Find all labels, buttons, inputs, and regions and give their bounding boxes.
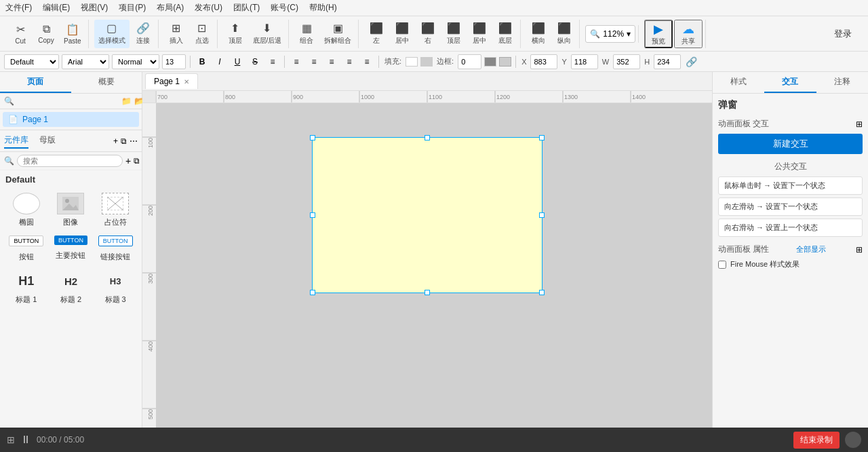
x-label: X: [521, 58, 526, 66]
comp-add-btn[interactable]: +: [125, 155, 131, 166]
component-button-default[interactable]: BUTTON 按钮: [5, 233, 47, 265]
fill-color-box[interactable]: [406, 57, 418, 67]
tab-interaction[interactable]: 交互: [764, 72, 816, 93]
menu-edit[interactable]: 编辑(E): [43, 2, 70, 14]
menu-publish[interactable]: 发布(U): [195, 2, 222, 14]
border-color-box[interactable]: [484, 57, 496, 67]
layer-button[interactable]: ⬆ 顶层: [223, 20, 248, 48]
aspect-ratio-button[interactable]: 🔗: [684, 54, 698, 69]
show-all-link[interactable]: 全部显示: [796, 244, 826, 255]
menu-account[interactable]: 账号(C): [271, 2, 298, 14]
w-input[interactable]: [613, 54, 640, 69]
share-button[interactable]: ☁ 共享: [674, 20, 703, 48]
component-circle[interactable]: 椭圆: [5, 190, 47, 230]
interaction-expand-icon[interactable]: ⊞: [856, 119, 863, 129]
dist-v-button[interactable]: ⬛ 纵向: [552, 20, 576, 48]
y-input[interactable]: [571, 54, 598, 69]
add-page-icon[interactable]: 📁: [121, 96, 132, 106]
paste-button[interactable]: 📋 Paste: [60, 20, 85, 48]
tab-style[interactable]: 样式: [713, 72, 764, 93]
menu-team[interactable]: 团队(T): [233, 2, 260, 14]
comp-add-icon[interactable]: +: [113, 136, 118, 146]
pause-button[interactable]: ⏸: [20, 434, 31, 446]
interaction-item-2[interactable]: 向左滑动 → 设置下一个状态: [718, 197, 863, 216]
canvas-tab-page1[interactable]: Page 1 ✕: [145, 73, 198, 89]
comp-copy-icon[interactable]: ⧉: [121, 136, 127, 146]
border-input[interactable]: [458, 54, 481, 69]
strikethrough-button[interactable]: S: [248, 54, 262, 69]
top-align-button[interactable]: ⬛ 顶层: [441, 20, 466, 48]
component-button-outline[interactable]: BUTTON 链接按钮: [94, 233, 136, 265]
style-select[interactable]: Default Normal Heading 1: [4, 54, 59, 69]
end-recording-button[interactable]: 结束录制: [793, 432, 840, 449]
arrange-button[interactable]: ⬇ 底层/后退: [249, 20, 286, 48]
component-button-primary[interactable]: BUTTON 主要按钮: [50, 233, 92, 265]
font-size-input[interactable]: [162, 54, 186, 69]
animation-expand-icon[interactable]: ⊞: [856, 245, 863, 255]
center-v-button[interactable]: ⬛ 居中: [467, 20, 492, 48]
canvas-tab-close[interactable]: ✕: [184, 78, 189, 86]
tab-component-library[interactable]: 元件库: [4, 133, 28, 149]
interaction-item-1[interactable]: 鼠标单击时 → 设置下一个状态: [718, 176, 863, 195]
align-left-button[interactable]: ≡: [289, 54, 304, 69]
align-right-button[interactable]: ≡: [324, 54, 339, 69]
bold-button[interactable]: B: [195, 54, 210, 69]
underline-button[interactable]: U: [230, 54, 245, 69]
tab-master[interactable]: 母版: [39, 133, 56, 149]
list-button[interactable]: ≡: [265, 54, 280, 69]
center-h-button[interactable]: ⬛ 居中: [390, 20, 414, 48]
group-button[interactable]: ▦ 组合: [294, 20, 319, 48]
toolbar-mode-group: ▢ 选择模式 🔗 连接: [92, 20, 159, 48]
menu-view[interactable]: 视图(V): [81, 2, 108, 14]
left-align-button[interactable]: ⬛ 左: [364, 20, 389, 48]
preview-button[interactable]: ▶ 预览: [644, 20, 673, 48]
font-select[interactable]: Arial 宋体 微软雅黑: [62, 54, 109, 69]
tab-outline[interactable]: 概要: [71, 72, 142, 93]
right-align-button[interactable]: ⬛ 右: [416, 20, 440, 48]
canvas-scroll[interactable]: [156, 103, 712, 452]
copy-button[interactable]: ⧉ Copy: [34, 20, 58, 48]
comp-copy-btn[interactable]: ⧉: [134, 156, 140, 166]
align-center-button[interactable]: ≡: [307, 54, 321, 69]
tab-annotation[interactable]: 注释: [816, 72, 868, 93]
page-item-1[interactable]: 📄 Page 1: [3, 112, 139, 127]
page-search-input[interactable]: [17, 96, 119, 106]
select-mode-button[interactable]: ▢ 选择模式: [94, 20, 130, 48]
zoom-control[interactable]: 🔍 112% ▾: [585, 25, 635, 43]
cut-button[interactable]: ✂ Cut: [8, 20, 33, 48]
interaction-item-3[interactable]: 向右滑动 → 设置上一个状态: [718, 219, 863, 237]
component-h3[interactable]: H3 标题 3: [94, 267, 136, 307]
h-input[interactable]: [654, 54, 681, 69]
bottom-align-button[interactable]: ⬛ 底层: [493, 20, 517, 48]
x-input[interactable]: [530, 54, 557, 69]
component-placeholder[interactable]: 占位符: [94, 190, 136, 230]
canvas-element-rect[interactable]: [312, 137, 542, 293]
tab-page[interactable]: 页面: [0, 72, 71, 93]
align-justify-button[interactable]: ≡: [342, 54, 357, 69]
fill-color-box2[interactable]: [420, 57, 433, 67]
insert-button[interactable]: ⊞ 插入: [164, 20, 189, 48]
ungroup-button[interactable]: ▣ 拆解组合: [320, 20, 355, 48]
component-h1[interactable]: H1 标题 1: [5, 267, 47, 307]
component-image[interactable]: 图像: [50, 190, 92, 230]
comp-more-icon[interactable]: ⋯: [130, 136, 138, 146]
fire-mouse-checkbox[interactable]: [718, 261, 726, 269]
toolbar-zoom-group: 🔍 112% ▾: [583, 25, 639, 43]
italic-button[interactable]: I: [212, 54, 227, 69]
menu-project[interactable]: 项目(P): [119, 2, 146, 14]
menu-layout[interactable]: 布局(A): [157, 2, 184, 14]
link-button[interactable]: 🔗 连接: [131, 20, 155, 48]
login-button[interactable]: 登录: [823, 25, 863, 43]
more-align-button[interactable]: ≡: [359, 54, 374, 69]
component-h2[interactable]: H2 标题 2: [50, 267, 92, 307]
border-style-box[interactable]: [499, 57, 511, 67]
bottom-grid-icon[interactable]: ⊞: [7, 434, 15, 445]
menu-file[interactable]: 文件(F): [5, 2, 32, 14]
page-item-label: Page 1: [22, 115, 48, 124]
text-style-select[interactable]: Normal Bold Italic: [112, 54, 159, 69]
dist-h-button[interactable]: ⬛ 横向: [526, 20, 551, 48]
menu-help[interactable]: 帮助(H): [309, 2, 337, 14]
comp-search-input[interactable]: [17, 155, 123, 167]
canvas-button[interactable]: ⊡ 点选: [190, 20, 214, 48]
new-interaction-button[interactable]: 新建交互: [718, 134, 863, 154]
